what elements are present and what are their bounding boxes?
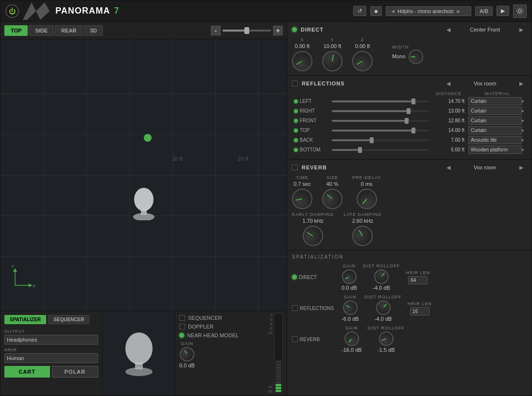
early-damping-knob[interactable] (299, 222, 326, 249)
width-label: WIDTH (392, 45, 409, 50)
predelay-knob[interactable] (352, 184, 381, 213)
near-head-label: NEAR HEAD MODEL (187, 332, 239, 338)
direct-knob-row: X 0.00 ft Y 10.00 ft Z 0.00 ft (292, 37, 527, 71)
ref-material-left[interactable]: CurtainAcoustic tileWooden platformBrick… (468, 97, 522, 105)
spat-reflections-hrir-group: HRIR LEN 16 32 64 (408, 301, 432, 315)
play-button[interactable]: ▶ (497, 6, 509, 16)
output-select[interactable]: Headphones Speakers 2.0 Speakers 5.1 (4, 335, 98, 345)
reverb-preset-prev[interactable]: ◄ (443, 164, 454, 171)
reflections-preset-prev[interactable]: ◄ (443, 80, 454, 87)
spat-reverb-checkbox[interactable] (292, 336, 298, 342)
sound-source[interactable] (144, 134, 152, 142)
spat-reflections-rolloff-value: -4.0 dB (375, 316, 392, 322)
z-knob[interactable] (348, 47, 376, 75)
cart-button[interactable]: CART (4, 366, 50, 378)
x-knob[interactable] (288, 47, 316, 75)
spat-reflections-rolloff-knob[interactable] (373, 297, 394, 318)
ref-material-right[interactable]: CurtainAcoustic tileWooden platformBrick… (468, 107, 522, 115)
late-damping-label: LATE DAMPING (343, 212, 381, 217)
reflections-preset-next[interactable]: ► (516, 80, 527, 87)
ref-label-front: FRONT (294, 118, 328, 123)
spat-reverb-gain-knob[interactable] (342, 329, 362, 349)
direct-preset: ◄ Center Front ► (443, 26, 527, 33)
spat-reflections-gain-value: -6.0 dB (342, 316, 359, 322)
tab-spatializer[interactable]: SPATIALIZER (4, 315, 46, 324)
ref-slider-top[interactable] (332, 130, 429, 132)
tab-rear[interactable]: REAR (55, 25, 83, 36)
power-button[interactable]: ⏻ (5, 4, 19, 18)
near-head-checkbox-row: NEAR HEAD MODEL (179, 332, 259, 338)
direct-preset-next[interactable]: ► (516, 26, 527, 33)
predelay-value: 0 ms (361, 181, 373, 187)
ref-slider-bottom[interactable] (332, 149, 429, 151)
spat-reflections-hrir-select[interactable]: 16 32 64 (410, 307, 429, 315)
time-knob[interactable] (291, 187, 314, 211)
ref-material-top[interactable]: CurtainAcoustic tileWooden platformBrick… (468, 126, 522, 134)
ref-material-bottom[interactable]: CurtainAcoustic tileWooden platformBrick… (468, 146, 522, 154)
ref-led-right (294, 109, 298, 113)
late-damping-knob[interactable] (349, 222, 377, 249)
near-head-led (179, 333, 184, 338)
spat-direct-rolloff-group: DIST ROLLOFF -4.0 dB (363, 264, 400, 291)
zoom-in-button[interactable]: + (273, 26, 283, 35)
spat-reverb-rolloff-knob[interactable] (377, 330, 395, 348)
svg-point-15 (125, 367, 153, 376)
vu-meter (274, 313, 283, 394)
size-knob[interactable] (318, 184, 346, 213)
hrir-select[interactable]: Human Kemar Custom (4, 353, 98, 363)
spat-direct-hrir-group: HRIR LEN 64 128 32 (406, 270, 430, 284)
ref-distance-left: 14.70 ft (433, 99, 464, 104)
reset-button[interactable]: ↺ (353, 6, 366, 16)
tab-top[interactable]: TOP (4, 25, 28, 36)
zoom-out-button[interactable]: - (211, 26, 221, 35)
ref-slider-back[interactable] (332, 139, 429, 141)
reverb-checkbox[interactable] (292, 165, 298, 170)
spat-reverb-gain-group: GAIN -16.0 dB (342, 326, 362, 353)
spatializer-section: SPATIALIZER SEQUENCER OUTPUT Headphones … (0, 311, 103, 396)
bottom-tabs: SPATIALIZER SEQUENCER (4, 315, 98, 324)
z-knob-group: Z 0.00 ft (352, 37, 373, 71)
vu-meter-area: 0 -3 -6 -9 -12 -48 -96 (263, 311, 287, 396)
width-group: WIDTH Mono (392, 45, 423, 64)
spat-direct-led (292, 275, 297, 280)
late-damping-group: LATE DAMPING 2.60 kHz (343, 212, 381, 246)
tab-sequencer[interactable]: SEQUENCER (48, 315, 89, 324)
spat-direct-rolloff-knob[interactable] (371, 266, 392, 287)
polar-button[interactable]: POLAR (52, 366, 99, 378)
preset-arrow-left[interactable]: ◄ (390, 8, 395, 14)
sequencer-checkbox[interactable] (179, 315, 185, 321)
spat-direct-gain-knob[interactable] (339, 267, 359, 287)
ref-material-back[interactable]: CurtainAcoustic tileWooden platformBrick… (468, 136, 522, 144)
ref-slider-right[interactable] (332, 110, 429, 112)
direct-preset-prev[interactable]: ◄ (443, 26, 454, 33)
doppler-checkbox[interactable] (179, 324, 185, 330)
reflection-row-back: BACK7.00 ftCurtainAcoustic tileWooden pl… (292, 136, 527, 144)
vu-labels: 0 -3 -6 -9 -12 -48 -96 (267, 313, 274, 394)
settings-button[interactable] (513, 4, 527, 18)
ref-label-bottom: BOTTOM (294, 147, 328, 152)
spat-reflections-gain-knob[interactable] (340, 298, 360, 318)
reflections-header: REFLECTIONS ◄ Vox room ► (292, 80, 527, 87)
spat-reflections-checkbox[interactable] (292, 305, 298, 311)
gear-icon (516, 7, 524, 15)
preset-selector[interactable]: ◄ Hdphs - mono anechoic ► (386, 6, 471, 16)
cart-polar-row: CART POLAR (4, 366, 98, 378)
tab-3d[interactable]: 3D (84, 25, 103, 36)
y-knob[interactable] (321, 50, 344, 73)
spat-direct-hrir-select[interactable]: 64 128 32 (408, 276, 428, 284)
gain-knob[interactable] (177, 345, 197, 364)
output-section: OUTPUT Headphones Speakers 2.0 Speakers … (4, 329, 98, 345)
reverb-preset-next[interactable]: ► (516, 164, 527, 171)
ref-material-front[interactable]: CurtainAcoustic tileWooden platformBrick… (468, 116, 522, 125)
ref-slider-left[interactable] (332, 100, 429, 102)
spat-reverb-rolloff-label: DIST ROLLOFF (368, 326, 405, 330)
reflections-checkbox[interactable] (292, 81, 298, 86)
record-button[interactable]: ■ (370, 6, 382, 16)
spat-reflections-gain-group: GAIN -6.0 dB (342, 295, 359, 322)
width-knob[interactable] (409, 50, 423, 64)
ab-button[interactable]: A/B (475, 6, 493, 16)
ref-slider-front[interactable] (332, 120, 429, 122)
preset-arrow-right[interactable]: ► (456, 8, 461, 14)
sequencer-checkbox-row: SEQUENCER (179, 315, 259, 321)
tab-side[interactable]: SIDE (29, 25, 54, 36)
